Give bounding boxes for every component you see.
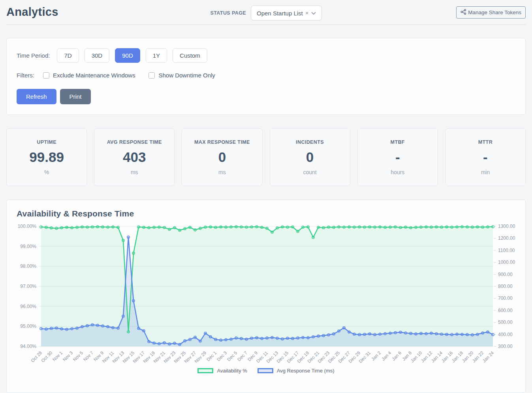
stat-unit: hours xyxy=(391,169,404,175)
filter-checkbox-group-1[interactable]: Show Downtime Only xyxy=(149,72,215,79)
legend-label: Avg Response Time (ms) xyxy=(277,368,335,374)
stat-unit: % xyxy=(44,169,49,175)
stat-card-mttr: MTTR-min xyxy=(445,128,526,186)
time-period-button-30d[interactable]: 30D xyxy=(85,48,110,63)
checkbox[interactable] xyxy=(149,72,155,79)
x-axis-label: Nov 3 xyxy=(62,350,74,362)
legend-label: Availability % xyxy=(217,368,247,374)
x-axis-label: Jan 2 xyxy=(370,350,382,361)
manage-share-tokens-label: Manage Share Tokens xyxy=(468,9,521,15)
stat-label: MAX RESPONSE TIME xyxy=(194,139,250,145)
stat-card-mtbf: MTBF-hours xyxy=(357,128,438,186)
x-axis-label: Dec 5 xyxy=(226,350,238,362)
x-axis-label: Jan 4 xyxy=(381,350,392,362)
x-axis-label: Dec 1 xyxy=(206,350,218,362)
x-axis-label: Jan 16 xyxy=(441,350,454,363)
legend-swatch xyxy=(258,368,273,373)
x-axis-label: Jan 24 xyxy=(482,350,495,363)
stat-card-avg-response-time: AVG RESPONSE TIME403ms xyxy=(94,128,175,186)
x-axis-label: Nov 7 xyxy=(83,350,94,362)
left-axis-tick-label: 100.00% xyxy=(18,224,37,229)
legend-item-response-time[interactable]: Avg Response Time (ms) xyxy=(258,368,335,374)
clear-selection-icon[interactable]: × xyxy=(305,11,309,15)
right-axis-tick-label: 800.00 xyxy=(498,284,513,289)
page-title: Analytics xyxy=(6,4,211,19)
status-page-label: STATUS PAGE xyxy=(211,10,246,16)
left-axis-tick-label: 97.00% xyxy=(20,284,36,289)
status-page-select[interactable]: Open Startup List × xyxy=(251,6,322,21)
stat-value: 0 xyxy=(218,149,226,165)
time-period-button-90d[interactable]: 90D xyxy=(115,48,140,63)
left-axis-tick-label: 96.00% xyxy=(20,304,36,309)
time-period-row: Time Period: 7D30D90D1YCustom xyxy=(17,48,515,63)
right-axis-tick-label: 500.00 xyxy=(498,320,513,325)
x-axis-label: Jan 12 xyxy=(420,350,433,363)
status-page-selected-value: Open Startup List xyxy=(257,10,303,17)
time-period-button-7d[interactable]: 7D xyxy=(57,48,79,63)
chart-card: Availability & Response Time 100.00%99.0… xyxy=(6,199,526,393)
right-axis-tick-label: 400.00 xyxy=(498,332,513,337)
left-axis-tick-label: 99.00% xyxy=(20,244,36,249)
stat-unit: count xyxy=(303,169,316,175)
filters-row: Filters: Exclude Maintenance WindowsShow… xyxy=(17,72,515,79)
chevron-down-icon[interactable] xyxy=(311,9,316,17)
right-axis-tick-label: 600.00 xyxy=(498,308,513,313)
stat-label: UPTIME xyxy=(37,139,56,145)
stat-value: 99.89 xyxy=(29,149,64,165)
checkbox-label: Exclude Maintenance Windows xyxy=(53,72,135,79)
time-period-button-custom[interactable]: Custom xyxy=(173,48,207,63)
refresh-button[interactable]: Refresh xyxy=(17,89,56,104)
right-axis-tick-label: 900.00 xyxy=(498,272,513,277)
filters-panel: Time Period: 7D30D90D1YCustom Filters: E… xyxy=(6,38,526,115)
stat-label: AVG RESPONSE TIME xyxy=(107,139,162,145)
right-axis-tick-label: 1000.00 xyxy=(498,259,515,265)
stat-label: INCIDENTS xyxy=(296,139,324,145)
manage-share-tokens-button[interactable]: Manage Share Tokens xyxy=(456,6,526,19)
x-axis-label: Nov 29 xyxy=(194,350,207,364)
right-axis-tick-label: 300.00 xyxy=(498,344,513,349)
x-axis-label: Jan 10 xyxy=(410,350,423,363)
app-header: Analytics STATUS PAGE Open Startup List … xyxy=(6,0,526,25)
stat-unit: min xyxy=(481,169,490,175)
x-axis-label: Dec 31 xyxy=(358,350,371,364)
left-axis-tick-label: 94.00% xyxy=(20,344,36,349)
right-axis-tick-label: 1100.00 xyxy=(498,248,515,253)
x-axis-label: Oct 28 xyxy=(30,350,43,363)
stat-card-uptime: UPTIME99.89% xyxy=(6,128,87,186)
actions-row: Refresh Print xyxy=(17,89,515,104)
x-axis-label: Jan 18 xyxy=(451,350,464,363)
legend-item-availability[interactable]: Availability % xyxy=(197,368,247,374)
availability-response-chart: 100.00%99.00%98.00%97.00%96.00%95.00%94.… xyxy=(17,222,516,365)
checkbox-label: Show Downtime Only xyxy=(158,72,215,79)
chart-area: 100.00%99.00%98.00%97.00%96.00%95.00%94.… xyxy=(17,222,515,366)
time-period-label: Time Period: xyxy=(17,52,50,59)
filter-checkbox-group-0[interactable]: Exclude Maintenance Windows xyxy=(43,72,135,79)
x-axis-label: Dec 3 xyxy=(216,350,228,362)
x-axis-label: Jan 6 xyxy=(391,350,402,361)
x-axis-label: Jan 20 xyxy=(461,350,474,363)
chart-title: Availability & Response Time xyxy=(17,209,515,218)
left-axis-tick-label: 98.00% xyxy=(20,263,36,269)
stat-label: MTTR xyxy=(478,139,493,145)
stat-value: - xyxy=(395,149,400,165)
right-axis-tick-label: 700.00 xyxy=(498,295,513,301)
stat-value: 0 xyxy=(306,149,314,165)
x-axis-label: Dec 7 xyxy=(237,350,248,362)
x-axis-label: Oct 30 xyxy=(40,350,53,363)
right-axis-tick-label: 1300.00 xyxy=(498,224,515,229)
left-axis-tick-label: 95.00% xyxy=(20,323,36,329)
stat-value: 403 xyxy=(123,149,146,165)
x-axis-label: Nov 5 xyxy=(72,350,84,362)
chart-legend: Availability %Avg Response Time (ms) xyxy=(17,368,515,374)
x-axis-label: Nov 1 xyxy=(52,350,64,362)
filters-label: Filters: xyxy=(17,72,34,79)
stat-unit: ms xyxy=(131,169,138,175)
stats-row: UPTIME99.89%AVG RESPONSE TIME403msMAX RE… xyxy=(6,128,526,186)
checkbox[interactable] xyxy=(43,72,49,79)
stat-card-max-response-time: MAX RESPONSE TIME0ms xyxy=(182,128,262,186)
print-button[interactable]: Print xyxy=(60,89,91,104)
legend-swatch xyxy=(197,368,213,373)
time-period-button-1y[interactable]: 1Y xyxy=(146,48,167,63)
x-axis-label: Jan 22 xyxy=(472,350,485,363)
stat-unit: ms xyxy=(218,169,226,175)
